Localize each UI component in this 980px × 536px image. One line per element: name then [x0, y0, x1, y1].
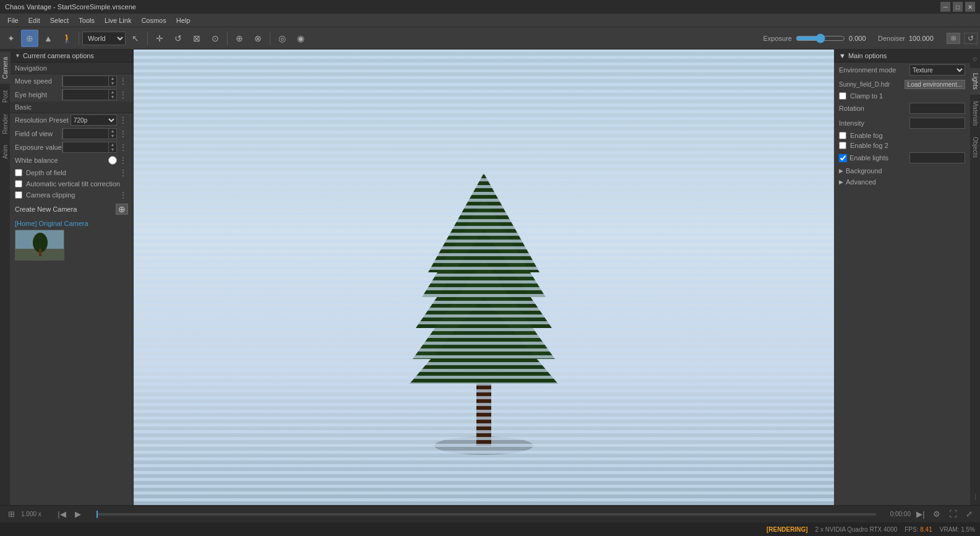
timeline-track[interactable] [97, 513, 876, 516]
toolbar-pointer-btn[interactable]: ✦ [2, 30, 20, 47]
left-tab-render[interactable]: Render [0, 109, 11, 139]
hdr-row: Sunny_field_D.hdr Load environment... [834, 77, 970, 91]
menu-tools[interactable]: Tools [74, 15, 100, 25]
toolbar-target-btn[interactable]: ◉ [292, 30, 309, 47]
right-panel: ▼ Main options Environment mode Texture … [834, 50, 970, 505]
minimize-button[interactable]: ─ [940, 2, 950, 12]
main-options-arrow: ▼ [839, 52, 846, 59]
fog-checkbox[interactable] [839, 132, 846, 139]
create-camera-label: Create New Camera [15, 205, 113, 213]
toolbar-scale-btn[interactable]: ⊠ [188, 30, 205, 47]
eye-height-up[interactable]: ▲ [109, 90, 116, 95]
move-speed-arrows: ▲ ▼ [109, 76, 116, 86]
cam-clip-checkbox[interactable] [15, 191, 22, 199]
left-tab-post[interactable]: Post [0, 85, 11, 108]
fov-menu[interactable]: ⋮ [118, 129, 128, 139]
right-tab-camera[interactable]: ⊙ [970, 52, 980, 67]
advanced-arrow: ▶ [839, 179, 843, 185]
dof-row: Depth of field ⋮ [10, 166, 133, 179]
play-button[interactable]: ▶ [72, 508, 84, 521]
exposure-slider[interactable] [796, 33, 845, 43]
main-layout: Camera Post Render Anim ▼ Current camera… [0, 50, 980, 505]
lut-button[interactable]: ⊞ [947, 33, 960, 44]
right-tab-objects[interactable]: Objects [970, 132, 981, 163]
rotation-input[interactable]: 180.000 deg [909, 103, 965, 114]
move-speed-down[interactable]: ▼ [109, 81, 116, 86]
right-tab-materials[interactable]: Materials [970, 96, 981, 131]
wb-menu[interactable]: ⋮ [118, 155, 128, 165]
close-button[interactable]: ✕ [965, 2, 975, 12]
fullscreen-btn[interactable]: ⛶ [947, 508, 959, 521]
add-camera-button[interactable]: ⊕ [116, 204, 128, 215]
menu-cosmos[interactable]: Cosmos [136, 15, 171, 25]
background-row[interactable]: ▶ Background [834, 165, 970, 176]
move-speed-up[interactable]: ▲ [109, 76, 116, 81]
exp-val-up[interactable]: ▲ [109, 142, 116, 147]
fog2-checkbox[interactable] [839, 142, 846, 149]
move-speed-menu[interactable]: ⋮ [118, 76, 128, 86]
fog2-label: Enable fog 2 [850, 142, 888, 149]
refresh-button[interactable]: ↺ [964, 33, 978, 44]
lights-intensity-input[interactable]: 1.000 [909, 152, 965, 163]
expand-btn[interactable]: ⤢ [963, 508, 975, 521]
auto-tilt-label: Automatic vertical tilt correction [26, 180, 120, 188]
timeline-position [97, 511, 98, 518]
advanced-row[interactable]: ▶ Advanced [834, 176, 970, 188]
clamp-label: Clamp to 1 [850, 92, 883, 100]
menu-select[interactable]: Select [45, 15, 74, 25]
titlebar: Chaos Vantage - StartScoreSimple.vrscene… [0, 0, 980, 14]
left-tab-anim[interactable]: Anim [0, 140, 11, 164]
maximize-button[interactable]: □ [953, 2, 963, 12]
eye-height-input[interactable]: 1.700 m [62, 89, 109, 100]
toolbar-select-btn[interactable]: ↖ [127, 30, 144, 47]
menu-livelink[interactable]: Live Link [100, 15, 136, 25]
fov-up[interactable]: ▲ [109, 129, 116, 134]
eye-height-down[interactable]: ▼ [109, 95, 116, 100]
load-env-button[interactable]: Load environment... [905, 80, 965, 89]
fov-input-wrap: 50.000 deg ▲ ▼ [62, 128, 117, 139]
env-mode-select[interactable]: Texture [909, 64, 965, 76]
cam-clip-menu[interactable]: ⋮ [118, 190, 128, 200]
dof-menu[interactable]: ⋮ [118, 168, 128, 178]
auto-tilt-checkbox[interactable] [15, 180, 22, 188]
camera-options-header[interactable]: ▼ Current camera options [10, 50, 133, 63]
toolbar-fly-btn[interactable]: ▲ [40, 30, 57, 47]
fov-input[interactable]: 50.000 deg [62, 128, 109, 139]
toolbar-measure-btn[interactable]: ⊗ [249, 30, 267, 47]
fov-down[interactable]: ▼ [109, 134, 116, 139]
fov-arrows: ▲ ▼ [109, 129, 116, 139]
resolution-select[interactable]: 720p [71, 115, 117, 126]
next-frame-btn[interactable]: ▶| [914, 508, 927, 521]
menu-edit[interactable]: Edit [24, 15, 45, 25]
menu-file[interactable]: File [2, 15, 24, 25]
right-tab-lights[interactable]: Lights [970, 68, 981, 95]
intensity-input[interactable]: 1.000 [909, 118, 965, 129]
eye-height-menu[interactable]: ⋮ [118, 90, 128, 100]
dof-checkbox[interactable] [15, 169, 22, 176]
toolbar-lasso-btn[interactable]: ⊙ [207, 30, 224, 47]
move-speed-input[interactable]: 1.400 m/s [62, 76, 109, 87]
right-tab-more[interactable]: ⋯ [970, 489, 981, 505]
viewport[interactable] [134, 50, 834, 505]
toolbar-rotate-btn[interactable]: ↺ [170, 30, 187, 47]
lights-checkbox[interactable] [839, 154, 847, 162]
resolution-menu[interactable]: ⋮ [118, 115, 128, 125]
world-select[interactable]: World [82, 32, 126, 45]
prev-frame-btn[interactable]: |◀ [56, 508, 68, 521]
exp-val-menu[interactable]: ⋮ [118, 142, 128, 152]
toolbar-move-btn[interactable]: ✛ [151, 30, 168, 47]
timeline-icon-btn[interactable]: ⊞ [5, 508, 17, 521]
camera-thumbnail[interactable] [15, 230, 64, 261]
toolbar-walk-btn[interactable]: ⊕ [21, 30, 38, 47]
toolbar-person-btn[interactable]: 🚶 [58, 30, 75, 47]
exp-val-down[interactable]: ▼ [109, 147, 116, 152]
white-balance-circle[interactable] [108, 156, 117, 165]
menu-help[interactable]: Help [171, 15, 196, 25]
left-tab-camera[interactable]: Camera [0, 52, 11, 84]
main-options-header[interactable]: ▼ Main options [834, 50, 970, 63]
toolbar-pin-btn[interactable]: ◎ [273, 30, 291, 47]
exp-val-input[interactable]: 8.000 [62, 142, 109, 153]
toolbar-zoom-btn[interactable]: ⊕ [231, 30, 248, 47]
timeline-settings-btn[interactable]: ⚙ [931, 508, 943, 521]
clamp-checkbox[interactable] [839, 92, 846, 100]
